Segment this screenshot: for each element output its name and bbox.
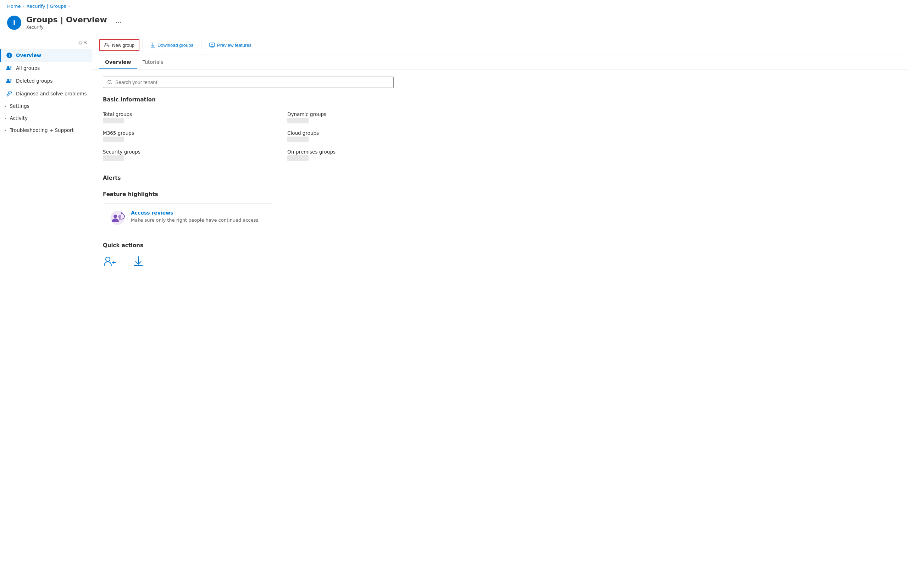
quick-actions-list [103,254,472,269]
page-header: i Groups | Overview Xecurify ··· [0,13,908,35]
sidebar-item-label-settings: Settings [10,103,29,109]
svg-point-18 [108,80,111,83]
svg-line-19 [111,83,112,84]
download-icon [150,42,155,48]
tab-tutorials[interactable]: Tutorials [137,55,169,69]
breadcrumb-groups[interactable]: Xecurify | Groups [27,3,66,9]
on-premises-groups-item: On-premises groups [287,146,472,165]
quick-action-download-icon [131,254,145,269]
cloud-groups-label: Cloud groups [287,130,472,136]
dynamic-groups-value [287,118,309,123]
quick-action-download[interactable] [131,254,145,269]
toolbar: New group Download groups [92,35,908,55]
content-body: Basic information Total groups M365 grou… [92,69,482,275]
preview-features-button[interactable]: Preview features [204,39,256,51]
svg-point-5 [7,79,9,81]
cloud-groups-item: Cloud groups [287,127,472,146]
breadcrumb-chevron-2: › [68,4,70,8]
svg-rect-1 [9,55,10,57]
feature-card-content: Access reviews Make sure only the right … [131,210,260,224]
sidebar-item-diagnose[interactable]: Diagnose and solve problems [0,87,92,100]
security-groups-item: Security groups [103,146,287,165]
header-title-block: Groups | Overview Xecurify [26,15,107,30]
svg-point-23 [106,257,110,261]
info-left-col: Total groups M365 groups Security groups [103,108,287,165]
dynamic-groups-item: Dynamic groups [287,108,472,127]
content-area: New group Download groups [92,35,908,588]
sidebar-item-deleted-groups[interactable]: Deleted groups [0,74,92,87]
sidebar-item-label-troubleshooting: Troubleshooting + Support [10,127,74,133]
sidebar-item-label-all-groups: All groups [16,65,40,71]
alerts-section: Alerts [103,175,472,181]
chevron-right-settings: › [5,104,6,108]
sidebar-item-troubleshooting[interactable]: › Troubleshooting + Support [0,124,92,136]
download-groups-button[interactable]: Download groups [145,39,198,51]
search-icon [108,80,113,85]
toolbar-divider-2 [201,41,201,49]
sidebar-collapse-button[interactable]: « [82,38,88,47]
svg-point-20 [110,211,124,225]
svg-point-3 [7,66,9,68]
tab-overview[interactable]: Overview [99,55,137,69]
access-reviews-title[interactable]: Access reviews [131,210,260,216]
on-premises-groups-label: On-premises groups [287,149,472,155]
feature-highlights-title: Feature highlights [103,191,472,198]
sidebar-item-label-deleted-groups: Deleted groups [16,78,53,84]
diamond-icon: ◇ [78,39,82,45]
new-group-button[interactable]: New group [99,39,139,51]
svg-point-21 [114,214,117,218]
total-groups-label: Total groups [103,111,287,117]
sidebar-collapse-row: ◇ « [0,35,92,49]
breadcrumb: Home › Xecurify | Groups › [0,0,908,13]
svg-point-4 [10,66,12,68]
search-input[interactable] [115,79,389,85]
breadcrumb-chevron-1: › [23,4,24,8]
people-icon-deleted [6,78,13,84]
quick-action-new-group[interactable] [103,254,117,269]
svg-point-6 [10,79,12,81]
page-title: Groups | Overview [26,15,107,24]
on-premises-groups-value [287,155,309,161]
access-reviews-card: Access reviews Make sure only the right … [103,203,273,232]
wrench-icon [6,90,13,97]
more-options-button[interactable]: ··· [116,19,122,26]
dynamic-groups-label: Dynamic groups [287,111,472,117]
preview-icon [209,43,215,48]
sidebar-item-settings[interactable]: › Settings [0,100,92,112]
svg-line-17 [212,43,213,45]
alerts-title: Alerts [103,175,472,181]
chevron-right-troubleshooting: › [5,128,6,133]
people-icon-all [6,65,13,71]
access-reviews-icon [109,210,125,226]
chevron-right-activity: › [5,116,6,121]
quick-action-new-group-icon [103,254,117,269]
new-group-icon [104,42,110,48]
sidebar-item-label-activity: Activity [10,115,28,121]
basic-info-title: Basic information [103,97,472,103]
total-groups-item: Total groups [103,108,287,127]
sidebar-item-all-groups[interactable]: All groups [0,62,92,74]
quick-actions-section: Quick actions [103,242,472,269]
sidebar: ◇ « Overview [0,35,92,588]
sidebar-item-activity[interactable]: › Activity [0,112,92,124]
toolbar-divider-1 [142,41,143,49]
access-reviews-desc: Make sure only the right people have con… [131,217,260,224]
info-icon [6,52,13,58]
quick-actions-title: Quick actions [103,242,472,249]
sidebar-item-overview[interactable]: Overview [0,49,92,62]
tabs: Overview Tutorials [92,55,908,69]
m365-groups-item: M365 groups [103,127,287,146]
cloud-groups-value [287,137,309,142]
svg-point-2 [9,54,10,55]
breadcrumb-home[interactable]: Home [7,3,21,9]
sidebar-item-label-overview: Overview [16,53,41,58]
header-icon: i [7,16,21,30]
info-right-col: Dynamic groups Cloud groups On-premises … [287,108,472,165]
search-box[interactable] [103,77,394,88]
feature-highlights-section: Feature highlights [103,191,472,232]
basic-info-grid: Total groups M365 groups Security groups [103,108,472,165]
security-groups-value [103,155,124,161]
m365-groups-value [103,137,124,142]
sidebar-item-label-diagnose: Diagnose and solve problems [16,91,87,97]
total-groups-value [103,118,124,123]
